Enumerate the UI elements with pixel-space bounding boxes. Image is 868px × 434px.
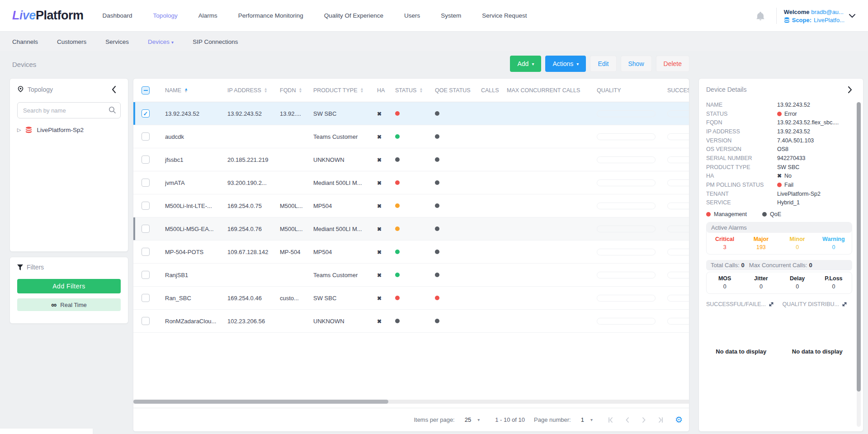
- next-page-icon[interactable]: [641, 417, 647, 423]
- row-checkbox[interactable]: [142, 202, 150, 210]
- table-row[interactable]: RanjSB1Teams Customer✖: [133, 264, 689, 287]
- collapse-sidebar-chevron-left-icon[interactable]: [112, 86, 116, 93]
- status-dot: [395, 180, 400, 185]
- row-checkbox[interactable]: [142, 294, 150, 302]
- table-row[interactable]: jvmATA93.200.190.2...Mediant 500LI M...✖: [133, 171, 689, 194]
- sort-arrows-icon[interactable]: ▲▼: [419, 88, 423, 93]
- search-icon[interactable]: [108, 106, 116, 114]
- cell-success: [667, 249, 689, 255]
- tree-expand-caret-icon[interactable]: ▷: [17, 127, 21, 133]
- nav-item-alarms[interactable]: Alarms: [198, 12, 217, 19]
- column-header-ip-address[interactable]: IP ADDRESS▲▼: [227, 87, 280, 94]
- row-checkbox[interactable]: [142, 225, 150, 233]
- sort-arrows-icon[interactable]: ▲▼: [298, 88, 302, 93]
- nav-item-system[interactable]: System: [441, 12, 461, 19]
- detail-value-text: 7.40A.501.103: [777, 137, 814, 144]
- sort-arrows-icon[interactable]: ▲▼: [184, 88, 188, 93]
- alarm-count: 0: [779, 244, 816, 250]
- horizontal-scrollbar-track[interactable]: [133, 400, 689, 404]
- table-row[interactable]: ✓13.92.243.5213.92.243.5213.92....SW SBC…: [133, 102, 689, 125]
- error-dot: [777, 183, 782, 187]
- ha-x-icon: ✖: [377, 318, 382, 325]
- nav-item-dashboard[interactable]: Dashboard: [103, 12, 132, 19]
- horizontal-scrollbar-thumb[interactable]: [133, 400, 388, 404]
- tab-customers[interactable]: Customers: [57, 38, 86, 45]
- expand-chart-icon[interactable]: [769, 302, 774, 307]
- last-page-icon[interactable]: [657, 417, 663, 423]
- success-bar: [667, 110, 689, 117]
- table-row[interactable]: MP-504-POTS109.67.128.142MP-504MP504✖: [133, 241, 689, 264]
- row-checkbox[interactable]: [142, 156, 150, 164]
- table-row[interactable]: Ran_SBC169.254.0.46custo...SW SBC✖: [133, 287, 689, 310]
- table-row[interactable]: M500Li-M5G-EA...169.254.0.76M500L...Medi…: [133, 217, 689, 241]
- add-filters-button[interactable]: Add Filters: [17, 279, 121, 293]
- total-calls-value: 0: [741, 262, 745, 269]
- table-settings-gear-icon[interactable]: ⚙: [675, 415, 683, 424]
- column-header-name[interactable]: NAME▲▼: [165, 87, 227, 94]
- column-header-status[interactable]: STATUS▲▼: [395, 87, 435, 94]
- column-header-fqdn[interactable]: FQDN▲▼: [280, 87, 313, 94]
- details-scrollbar-track[interactable]: [857, 102, 861, 427]
- alarm-critical[interactable]: Critical3: [707, 236, 743, 250]
- tab-devices[interactable]: Devices▾: [148, 38, 174, 45]
- cell-status: [395, 295, 435, 302]
- row-checkbox[interactable]: [142, 317, 150, 325]
- ha-x-icon: ✖: [377, 272, 382, 278]
- user-menu[interactable]: Welcome bradb@au... Scope: LivePlatfo...: [784, 9, 844, 24]
- qoe-status-dot: [435, 319, 439, 323]
- row-checkbox[interactable]: ✓: [142, 109, 150, 118]
- topology-search-input[interactable]: [17, 102, 121, 118]
- items-per-page-value[interactable]: 25: [465, 416, 471, 423]
- detail-value-text: Hybrid_1: [777, 199, 800, 206]
- details-scrollbar-thumb[interactable]: [857, 102, 861, 392]
- table-row[interactable]: audcdkTeams Customer✖: [133, 125, 689, 148]
- nav-item-service-request[interactable]: Service Request: [482, 12, 527, 19]
- real-time-button[interactable]: ∞ Real Time: [17, 298, 121, 311]
- nav-item-quality-of-experience[interactable]: Quality Of Experience: [324, 12, 383, 19]
- page-number-caret-icon[interactable]: ▾: [590, 417, 593, 422]
- select-all-checkbox[interactable]: [142, 86, 150, 94]
- add-button[interactable]: Add▾: [510, 56, 541, 72]
- cell-qoe-status: [435, 179, 481, 186]
- tab-sip-connections[interactable]: SIP Connections: [193, 38, 238, 45]
- cell-status: [395, 318, 435, 325]
- first-page-icon[interactable]: [608, 417, 614, 423]
- table-row[interactable]: M500Li-Int-LTE-...169.254.0.75M500L...MP…: [133, 194, 689, 217]
- alarm-minor[interactable]: Minor0: [779, 236, 816, 250]
- alarm-major[interactable]: Major193: [743, 236, 779, 250]
- collapse-details-chevron-right-icon[interactable]: [848, 86, 852, 93]
- max-concurrent-calls-label: Max Concurrent Calls:: [749, 262, 807, 269]
- detail-value: ✖No: [777, 173, 792, 179]
- row-checkbox[interactable]: [142, 271, 150, 279]
- expand-chart-icon[interactable]: [842, 302, 847, 307]
- tab-channels[interactable]: Channels: [12, 38, 38, 45]
- show-button[interactable]: Show: [621, 56, 652, 72]
- page-number-value[interactable]: 1: [581, 416, 584, 423]
- edit-button[interactable]: Edit: [590, 56, 616, 72]
- column-header-product-type[interactable]: PRODUCT TYPE▲▼: [313, 87, 377, 94]
- previous-page-icon[interactable]: [624, 417, 631, 423]
- row-checkbox[interactable]: [142, 132, 150, 141]
- actions-button[interactable]: Actions▾: [545, 56, 586, 72]
- nav-item-topology[interactable]: Topology: [153, 12, 178, 19]
- sort-arrows-icon[interactable]: ▲▼: [360, 88, 363, 93]
- alarm-warning[interactable]: Warning0: [816, 236, 852, 250]
- table-row[interactable]: jfssbc120.185.221.219UNKNOWN✖: [133, 148, 689, 171]
- detail-field-version: VERSION7.40A.501.103: [706, 136, 852, 145]
- notifications-bell-icon[interactable]: [756, 11, 764, 20]
- delete-button[interactable]: Delete: [656, 56, 689, 72]
- nav-item-users[interactable]: Users: [404, 12, 420, 19]
- items-per-page-caret-icon[interactable]: ▾: [477, 417, 480, 422]
- tab-services[interactable]: Services: [105, 38, 129, 45]
- detail-label: TENANT: [706, 191, 777, 197]
- actions-caret-icon: ▾: [576, 61, 579, 66]
- nav-item-performance-monitoring[interactable]: Performance Monitoring: [238, 12, 303, 19]
- row-checkbox[interactable]: [142, 179, 150, 187]
- cell-quality: [597, 133, 667, 140]
- user-menu-chevron-down-icon[interactable]: [849, 14, 855, 18]
- sort-arrows-icon[interactable]: ▲▼: [264, 88, 268, 93]
- table-row[interactable]: RonMZadaraClou...102.23.206.56UNKNOWN✖: [133, 310, 689, 333]
- row-checkbox[interactable]: [142, 248, 150, 256]
- tree-item-liveplatform-sp2[interactable]: ▷ LivePlatform-Sp2: [17, 127, 121, 133]
- cell-quality: [597, 249, 667, 255]
